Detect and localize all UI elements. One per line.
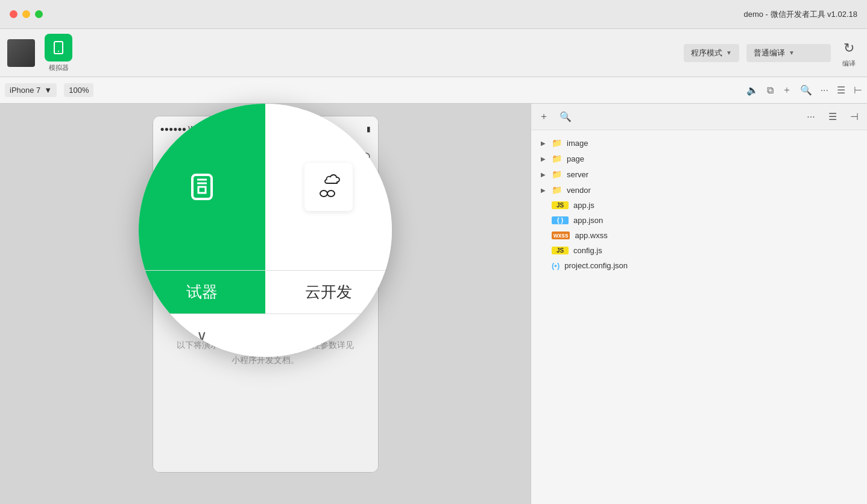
collapse-icon[interactable]: ⊣: [847, 109, 862, 125]
refresh-group: ↻ 编译: [838, 37, 860, 68]
zoom-select[interactable]: 100%: [64, 83, 93, 97]
folder-name: server: [567, 170, 588, 179]
magnifier-labels: 试器 云开发: [139, 270, 392, 313]
wxss-badge: wxss: [552, 232, 570, 239]
traffic-lights: [10, 10, 43, 18]
speaker-icon[interactable]: 🔈: [746, 84, 758, 96]
file-name: app.js: [573, 201, 594, 210]
svg-point-21: [327, 191, 335, 197]
device-name: iPhone 7: [10, 86, 40, 95]
new-file-icon[interactable]: ＋: [536, 109, 552, 125]
folder-arrow-icon: ▶: [541, 140, 547, 146]
file-tree: ＋ 🔍 ··· ☰ ⊣ ▶ 📁 image ▶ 📁 page ▶ 📁 serve: [531, 104, 867, 504]
refresh-icon: ↻: [843, 40, 854, 56]
close-button[interactable]: [10, 10, 17, 18]
more-options-icon[interactable]: ···: [803, 109, 819, 125]
folder-arrow-icon: ▶: [541, 156, 547, 162]
add-icon[interactable]: ＋: [782, 84, 792, 96]
avatar[interactable]: [7, 39, 35, 67]
mode-select[interactable]: 程序模式 ▼: [684, 44, 739, 62]
phone-battery-icon: ▮: [367, 125, 371, 133]
folder-vendor[interactable]: ▶ 📁 vendor: [531, 182, 867, 198]
folder-name: vendor: [567, 186, 591, 195]
file-name: app.wxss: [575, 231, 607, 240]
file-name: config.js: [573, 246, 602, 255]
magnifier-overlay: 试器 云开发 ∨: [139, 104, 392, 357]
file-tree-items: ▶ 📁 image ▶ 📁 page ▶ 📁 server ▶ 📁 vendor: [531, 130, 867, 278]
maximize-button[interactable]: [35, 10, 43, 18]
file-project-config[interactable]: (•) project.config.json: [531, 258, 867, 273]
file-app-js[interactable]: JS app.js: [531, 198, 867, 213]
copy-icon[interactable]: ⧉: [767, 85, 774, 96]
folder-image[interactable]: ▶ 📁 image: [531, 135, 867, 151]
refresh-button[interactable]: ↻: [838, 37, 860, 59]
search-icon[interactable]: 🔍: [800, 84, 812, 96]
compile-select[interactable]: 普通编译 ▼: [746, 44, 831, 62]
file-name: app.json: [573, 216, 603, 225]
file-config-js[interactable]: JS config.js: [531, 243, 867, 258]
mode-label: 程序模式: [691, 48, 722, 58]
simulator-label: 模拟器: [49, 63, 69, 72]
device-bar: iPhone 7 ▼ 100% 🔈 ⧉ ＋ 🔍 ··· ☰ ⊢: [0, 77, 867, 104]
search-file-icon[interactable]: 🔍: [558, 109, 573, 125]
file-app-wxss[interactable]: wxss app.wxss: [531, 228, 867, 243]
simulator-icon: [45, 34, 72, 61]
folder-name: image: [567, 139, 588, 148]
folder-icon: 📁: [552, 185, 562, 195]
file-tree-toolbar: ＋ 🔍 ··· ☰ ⊣: [531, 104, 867, 130]
json-badge: { }: [552, 216, 569, 224]
js-badge: JS: [552, 247, 569, 254]
device-bar-icons: 🔈 ⧉ ＋ 🔍 ··· ☰ ⊢: [746, 84, 862, 96]
compile-edit-label: 编译: [842, 59, 856, 68]
folder-icon: 📁: [552, 154, 562, 163]
folder-icon: 📁: [552, 169, 562, 179]
folder-arrow-icon: ▶: [541, 187, 547, 194]
main-content: ●●●●●● WeChat ᯤ ▮ 小程序接口... ⊙: [0, 104, 867, 504]
device-select[interactable]: iPhone 7 ▼: [5, 83, 57, 97]
more-icon[interactable]: ···: [821, 85, 828, 96]
indent-icon[interactable]: ☰: [837, 84, 845, 96]
zoom-level: 100%: [69, 86, 89, 95]
folder-icon: 📁: [552, 138, 562, 148]
folder-name: page: [567, 154, 584, 163]
js-badge: JS: [552, 201, 569, 209]
file-name: project.config.json: [564, 261, 628, 270]
simulator-button[interactable]: 模拟器: [40, 31, 77, 75]
svg-rect-19: [198, 187, 206, 193]
folder-server[interactable]: ▶ 📁 server: [531, 166, 867, 182]
main-toolbar: 模拟器 程序模式 ▼ 普通编译 ▼ ↻ 编译: [0, 29, 867, 77]
device-arrow-icon: ▼: [44, 86, 52, 95]
tree-indent-icon[interactable]: ☰: [825, 109, 840, 125]
file-app-json[interactable]: { } app.json: [531, 213, 867, 228]
config-badge: (•): [552, 261, 560, 270]
title-bar: demo - 微信开发者工具 v1.02.18: [0, 0, 867, 29]
sidebar-icon[interactable]: ⊢: [854, 84, 862, 96]
folder-page[interactable]: ▶ 📁 page: [531, 151, 867, 166]
compile-label: 普通编译: [754, 48, 785, 58]
svg-point-20: [320, 191, 327, 197]
simulator-area: ●●●●●● WeChat ᯤ ▮ 小程序接口... ⊙: [0, 104, 531, 504]
folder-arrow-icon: ▶: [541, 171, 547, 178]
compile-arrow-icon: ▼: [789, 49, 795, 56]
toolbar-right: 程序模式 ▼ 普通编译 ▼ ↻ 编译: [684, 37, 860, 68]
mode-arrow-icon: ▼: [726, 49, 732, 56]
window-title: demo - 微信开发者工具 v1.02.18: [743, 9, 857, 20]
minimize-button[interactable]: [22, 10, 30, 18]
